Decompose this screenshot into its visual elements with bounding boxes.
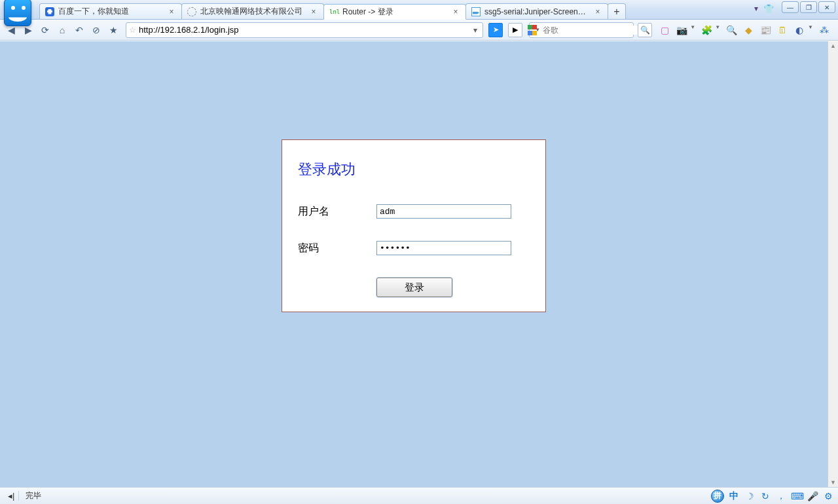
tab-label: Router -> 登录: [342, 7, 447, 18]
tab-inhand[interactable]: 北京映翰通网络技术有限公司 ×: [181, 3, 324, 19]
ext-icon-3[interactable]: 🧩: [701, 24, 712, 36]
juniper-favicon-icon: [471, 7, 481, 16]
shirt-icon[interactable]: 👕: [763, 4, 774, 14]
skin-menu-icon[interactable]: ▾: [754, 4, 758, 14]
address-bar[interactable]: ☆ ▾: [126, 22, 483, 38]
moon-icon[interactable]: ☽: [744, 491, 756, 501]
ext-icon-1[interactable]: ▢: [659, 24, 670, 36]
content-area: 登录成功 用户名 密码 登录: [0, 41, 838, 487]
rss-icon[interactable]: 📰: [759, 24, 771, 36]
undo-button[interactable]: ↶: [72, 23, 86, 37]
tab-label: ssg5-serial:Juniper-ScreenOS...: [484, 7, 589, 16]
url-dropdown-icon[interactable]: ▾: [471, 26, 480, 35]
close-icon[interactable]: ×: [593, 7, 602, 16]
reload-icon: ⟳: [41, 25, 49, 35]
lang-cn-icon[interactable]: 中: [728, 490, 740, 502]
browser-logo-icon: [4, 0, 31, 26]
search-input[interactable]: [543, 26, 641, 35]
tab-router-login[interactable]: lnl Router -> 登录 ×: [323, 4, 466, 20]
refresh-small-icon[interactable]: ↻: [759, 491, 771, 501]
tab-label: 百度一下，你就知道: [58, 6, 163, 17]
title-extras: ▾ 👕: [754, 4, 774, 14]
router-login-page: 登录成功 用户名 密码 登录: [0, 41, 828, 487]
night-icon[interactable]: ◐: [793, 24, 805, 36]
gear-icon[interactable]: ⚙: [822, 491, 834, 501]
plus-icon: +: [613, 6, 619, 18]
minimize-button[interactable]: —: [782, 1, 799, 13]
star-icon: ★: [109, 25, 118, 35]
keyboard-icon[interactable]: ⌨: [791, 491, 803, 501]
window-controls: — ❐ ✕: [782, 1, 835, 13]
sidebar-toggle-icon[interactable]: ◂|: [4, 491, 19, 501]
password-label: 密码: [298, 242, 376, 255]
zoom-icon[interactable]: 🔍: [725, 24, 737, 36]
mic-icon[interactable]: 🎤: [807, 491, 818, 501]
tab-label: 北京映翰通网络技术有限公司: [200, 6, 305, 17]
home-button[interactable]: ⌂: [55, 23, 69, 37]
note-icon[interactable]: 🗓: [776, 24, 788, 36]
ext-icon-5[interactable]: ◆: [742, 24, 754, 36]
maximize-button[interactable]: ❐: [800, 1, 817, 13]
login-heading: 登录成功: [298, 160, 530, 179]
username-label: 用户名: [298, 205, 376, 219]
play-icon: ▶: [513, 26, 518, 34]
search-button[interactable]: 🔍: [638, 23, 652, 37]
close-icon[interactable]: ×: [309, 7, 318, 16]
tab-baidu[interactable]: 百度一下，你就知道 ×: [39, 3, 182, 19]
tab-strip: 百度一下，你就知道 × 北京映翰通网络技术有限公司 × lnl Router -…: [39, 3, 838, 19]
bookmark-star-icon[interactable]: ☆: [129, 26, 136, 35]
status-text: 完毕: [26, 490, 41, 501]
reload-button[interactable]: ⟳: [38, 23, 52, 37]
login-button[interactable]: 登录: [376, 278, 452, 297]
router-favicon-icon: lnl: [329, 7, 338, 16]
login-panel: 登录成功 用户名 密码 登录: [282, 139, 546, 312]
close-icon[interactable]: ×: [451, 7, 460, 16]
favorites-button[interactable]: ★: [106, 23, 120, 37]
play-button[interactable]: ▶: [508, 23, 522, 37]
username-input[interactable]: [376, 204, 511, 219]
search-box[interactable]: ▼: [529, 22, 634, 38]
password-input[interactable]: [376, 241, 511, 255]
go-button[interactable]: ➤: [488, 23, 503, 37]
nav-toolbar: ◀ ▶ ⟳ ⌂ ↶ ⊘ ★ ☆ ▾ ➤ ▶ ▼ 🔍 ▢ 📷▼ 🧩▼ 🔍 ◆ 📰 …: [0, 20, 838, 41]
baidu-favicon-icon: [45, 7, 54, 16]
vertical-scrollbar[interactable]: [828, 41, 838, 487]
ime-indicator-icon[interactable]: 拼: [711, 490, 724, 503]
close-window-button[interactable]: ✕: [818, 1, 835, 13]
home-icon: ⌂: [60, 25, 65, 35]
comma-icon[interactable]: ，: [775, 490, 787, 502]
new-tab-button[interactable]: +: [608, 3, 626, 19]
magnifier-icon: 🔍: [640, 26, 650, 35]
ext-icon-9[interactable]: ⁂: [818, 24, 830, 36]
stop-icon: ⊘: [92, 25, 100, 35]
url-input[interactable]: [139, 25, 468, 35]
stop-button[interactable]: ⊘: [89, 23, 103, 37]
undo-icon: ↶: [75, 25, 83, 35]
tab-juniper[interactable]: ssg5-serial:Juniper-ScreenOS... ×: [465, 3, 608, 19]
extensions-tray: ▢ 📷▼ 🧩▼ 🔍 ◆ 📰 🗓 ◐▼ ⁂: [655, 24, 834, 36]
title-bar: 百度一下，你就知道 × 北京映翰通网络技术有限公司 × lnl Router -…: [0, 0, 838, 20]
camera-icon[interactable]: 📷: [676, 24, 687, 36]
status-bar: ◂| 完毕 拼 中 ☽ ↻ ， ⌨ 🎤 ⚙: [0, 487, 838, 504]
arrow-icon: ➤: [493, 26, 499, 34]
loading-favicon-icon: [187, 7, 196, 16]
close-icon[interactable]: ×: [167, 7, 176, 16]
